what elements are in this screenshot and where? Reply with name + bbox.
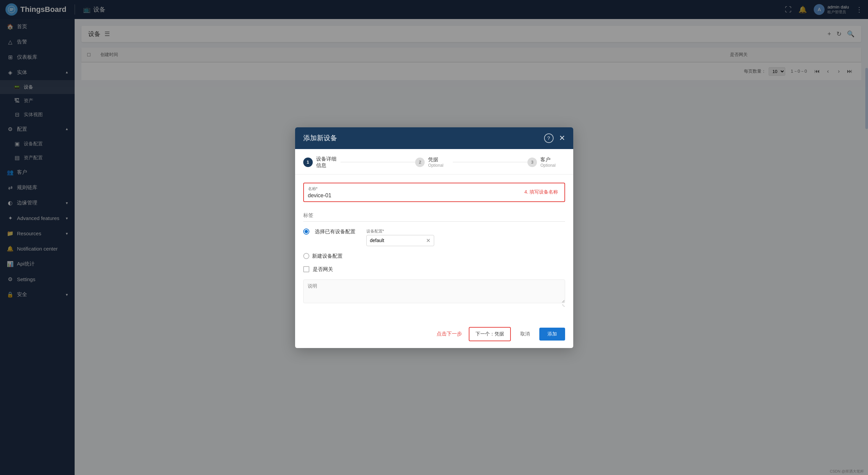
dialog-footer: 点击下一步 下一个：凭据 取消 添加 (295, 323, 573, 348)
radio-label-existing: 选择已有设备配置 (315, 229, 355, 235)
new-profile-form-group: 新建设备配置 (303, 253, 565, 259)
profile-clear-button[interactable]: ✕ (426, 237, 430, 244)
tag-input[interactable] (303, 209, 565, 222)
resize-handle-icon: ⤡ (303, 303, 565, 308)
step-1: 1 设备详细信息 (303, 156, 341, 174)
step-3-label: 客户 (540, 157, 556, 163)
description-textarea[interactable] (303, 279, 565, 303)
add-device-dialog: 添加新设备 ? ✕ 1 设备详细信息 2 凭据 Optional (295, 127, 573, 348)
radio-dot-new (303, 253, 309, 259)
dialog-body: 名称* device-01 4. 填写设备名称 选择已有设备配置 设备配置* (295, 175, 573, 323)
dialog-help-button[interactable]: ? (544, 133, 554, 143)
step-3-circle: 3 (527, 158, 537, 167)
cancel-button[interactable]: 取消 (515, 328, 535, 341)
description-form-group: ⤡ (303, 279, 565, 308)
profile-label: 设备配置* (366, 229, 434, 234)
gateway-form-group: 是否网关 (303, 266, 565, 273)
radio-select-existing[interactable] (303, 229, 309, 235)
next-button[interactable]: 下一个：凭据 (469, 328, 510, 341)
next-button-wrapper: 下一个：凭据 (469, 327, 511, 341)
dialog-close-button[interactable]: ✕ (559, 134, 565, 143)
next-step-annotation: 点击下一步 (437, 331, 462, 337)
profile-value: default (370, 238, 384, 243)
dialog-header-actions: ? ✕ (544, 133, 565, 143)
step-2-info: 凭据 Optional (428, 157, 443, 168)
add-button[interactable]: 添加 (539, 328, 565, 341)
step-2: 2 凭据 Optional (415, 157, 452, 173)
gateway-label: 是否网关 (313, 266, 333, 273)
step-1-label: 设备详细信息 (316, 156, 341, 169)
step-1-circle: 1 (303, 158, 313, 167)
device-profile-form-group: 选择已有设备配置 设备配置* default ✕ (303, 229, 565, 246)
step-2-circle: 2 (415, 158, 425, 167)
radio-label-new: 新建设备配置 (312, 253, 343, 259)
dialog-header: 添加新设备 ? ✕ (295, 127, 573, 149)
tag-form-group (303, 209, 565, 222)
name-annotation: 4. 填写设备名称 (524, 189, 558, 195)
profile-select-input[interactable]: default ✕ (366, 235, 434, 246)
dialog-stepper: 1 设备详细信息 2 凭据 Optional 3 客户 Optional (295, 149, 573, 175)
profile-select-wrapper: 设备配置* default ✕ (366, 229, 434, 246)
radio-new-profile[interactable]: 新建设备配置 (303, 253, 565, 259)
radio-dot-existing (303, 229, 309, 235)
step-2-label: 凭据 (428, 157, 443, 163)
step-3-info: 客户 Optional (540, 157, 556, 168)
step-2-sublabel: Optional (428, 163, 443, 168)
device-profile-row: 选择已有设备配置 设备配置* default ✕ (303, 229, 565, 246)
gateway-checkbox-item[interactable]: 是否网关 (303, 266, 565, 273)
step-connector-2 (453, 162, 528, 162)
help-icon: ? (547, 135, 550, 141)
step-connector-1 (341, 162, 416, 162)
dialog-title: 添加新设备 (303, 133, 337, 143)
gateway-checkbox[interactable] (303, 266, 309, 272)
step-1-info: 设备详细信息 (316, 156, 341, 169)
step-3: 3 客户 Optional (527, 157, 565, 173)
name-form-group: 名称* device-01 4. 填写设备名称 (303, 183, 565, 202)
step-3-sublabel: Optional (540, 163, 556, 168)
